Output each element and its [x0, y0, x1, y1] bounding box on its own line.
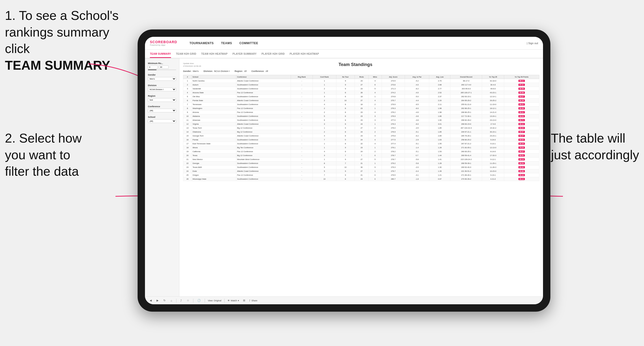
table-cell: 9	[313, 166, 336, 169]
table-cell: 24	[355, 122, 368, 126]
table-row: 16FloridaSoutheastern Conference-7924427…	[183, 138, 539, 142]
filter-slider[interactable]	[148, 69, 176, 70]
toolbar-view-original[interactable]: View: Original	[208, 299, 222, 302]
tab-player-h2h-grid[interactable]: PLAYER H2H GRID	[262, 52, 285, 58]
table-cell: 279.9	[382, 103, 405, 107]
toolbar-share-btn[interactable]: ⤴ Share	[249, 299, 257, 302]
table-cell: Mountain West Conference	[236, 158, 291, 162]
toolbar-watch[interactable]: 👁 Watch ▾	[228, 299, 239, 302]
col-no-tour: No Tour	[336, 75, 355, 79]
toolbar-forward[interactable]: ▶	[156, 298, 160, 303]
toolbar-bookmark[interactable]: ☆	[186, 298, 190, 303]
table-cell: 2.70	[429, 79, 450, 83]
table-cell: 7	[313, 138, 336, 142]
table-cell: 2	[313, 99, 336, 103]
table-cell: -	[291, 154, 313, 158]
table-cell: 17	[183, 142, 192, 146]
table-cell: -	[291, 126, 313, 130]
table-cell: 23	[183, 166, 192, 169]
table-cell: North Carolina	[192, 79, 236, 83]
filter-conference-select[interactable]: (All)	[148, 109, 176, 112]
table-cell: 2	[368, 103, 382, 107]
tab-player-h2h-heatmap[interactable]: PLAYER H2H HEATMAP	[290, 52, 319, 58]
table-cell: 17-33-3	[482, 154, 504, 158]
table-cell: 18	[355, 95, 368, 99]
nav-sign-out[interactable]: | Sign out	[527, 42, 538, 45]
table-cell: 8	[336, 122, 355, 126]
table-cell: 1	[313, 83, 336, 87]
table-cell: 1	[313, 79, 336, 83]
toolbar-grid[interactable]: ⊞	[242, 298, 246, 303]
table-cell: 1.98	[429, 107, 450, 110]
table-cell: 264 95-29-2	[450, 99, 482, 103]
table-cell: 23	[355, 177, 368, 181]
table-row: 7TennesseeSoutheastern Conference-481822…	[183, 103, 539, 107]
table-cell: -4.4	[405, 99, 429, 103]
nav-tournaments[interactable]: TOURNAMENTS	[190, 41, 214, 45]
table-cell: 277.0	[382, 118, 405, 122]
table-cell: 5	[313, 169, 336, 173]
col-reg-rank: Reg Rank	[291, 75, 313, 79]
filter-min-rank-min[interactable]	[148, 65, 158, 69]
table-cell: Texas	[192, 154, 236, 158]
table-cell: 271 82-05-1	[450, 146, 482, 150]
col-vs-top50: Vs Top 50 Points	[504, 75, 539, 79]
table-cell: 85.58	[504, 91, 539, 95]
table-row: 3VanderbiltSoutheastern Conference-29235…	[183, 87, 539, 91]
table-cell: 27	[355, 99, 368, 103]
table-cell: 26	[183, 177, 192, 181]
logo-title: SCOREBOARD	[150, 40, 177, 44]
toolbar-share-icon[interactable]: ⤴	[179, 299, 183, 303]
table-cell: 9	[336, 173, 355, 177]
tab-team-h2h-grid[interactable]: TEAM H2H GRID	[176, 52, 196, 58]
table-cell: 2	[368, 126, 382, 130]
filter-gender-select[interactable]: Men's Women's	[148, 77, 176, 81]
table-cell: Southeastern Conference	[236, 162, 291, 166]
table-cell: 3.01	[429, 122, 450, 126]
table-cell: 1	[368, 122, 382, 126]
table-cell: 80.49	[504, 107, 539, 110]
nav-teams[interactable]: TEAMS	[221, 41, 232, 45]
toolbar-divider-3	[205, 299, 205, 303]
filter-school-select[interactable]: (All)	[148, 119, 176, 123]
table-cell: -	[291, 138, 313, 142]
table-cell: -	[291, 169, 313, 173]
table-cell: 271.3	[382, 87, 405, 91]
table-cell: 9	[368, 166, 382, 169]
tab-team-h2h-heatmap[interactable]: TEAM H2H HEATMAP	[201, 52, 228, 58]
nav-committee[interactable]: COMMITTEE	[239, 41, 258, 45]
tab-team-summary[interactable]: TEAM SUMMARY	[150, 52, 171, 58]
filter-region-select[interactable]: N/A All	[148, 98, 176, 102]
toolbar-back[interactable]: ◀	[149, 298, 152, 303]
toolbar-clock[interactable]: 🕐	[196, 298, 202, 303]
table-cell: 3	[368, 118, 382, 122]
table-cell: 260 117-4-0	[450, 83, 482, 87]
table-cell: 1.55	[429, 142, 450, 146]
table-row: 10AlabamaSoutheastern Conference-5823327…	[183, 114, 539, 118]
table-cell: 8	[336, 130, 355, 134]
table-cell: -	[291, 107, 313, 110]
table-cell: -3.1	[405, 173, 429, 177]
table-cell: 267 87-21-2	[450, 142, 482, 146]
toolbar-refresh[interactable]: ↻	[162, 298, 166, 303]
table-row: 11ArkansasSoutheastern Conference-682332…	[183, 118, 539, 122]
filter-division-select[interactable]: NCAA Division I NCAA Division II NCAA Di…	[148, 88, 176, 91]
table-cell: -	[291, 142, 313, 146]
table-cell: 2.37	[429, 95, 450, 99]
table-cell: Southeastern Conference	[236, 83, 291, 87]
table-cell: 10-23-0	[482, 169, 504, 173]
table-cell: 2	[313, 87, 336, 91]
tab-player-summary[interactable]: PLAYER SUMMARY	[232, 52, 256, 58]
table-cell: 12	[183, 122, 192, 126]
table-cell: -9.5	[405, 103, 429, 107]
table-cell: 276.2	[382, 110, 405, 114]
table-cell: 8	[336, 110, 355, 114]
table-cell: 278.7	[382, 154, 405, 158]
filter-min-rank-max[interactable]	[159, 65, 168, 69]
table-cell: 23-13-0	[482, 118, 504, 122]
table-cell: Pac-12 Conference	[236, 173, 291, 177]
table-cell: 80.18	[504, 173, 539, 177]
table-cell: 12-13-0	[482, 146, 504, 150]
toolbar-home[interactable]: ⌂	[170, 299, 173, 303]
table-cell: -	[291, 122, 313, 126]
